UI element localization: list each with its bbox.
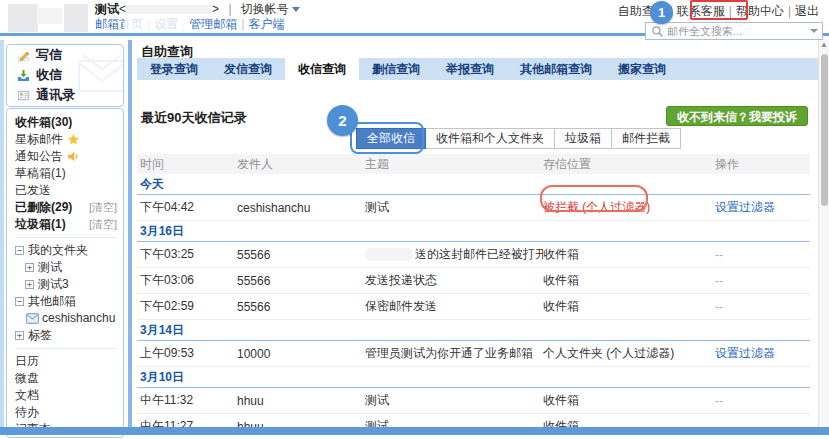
subject-redaction xyxy=(365,248,413,261)
table-row: 下午04:42ceshishanchu测试被拦截 (个人过滤器)设置过滤器 xyxy=(137,195,810,221)
tree-item[interactable]: +测试3 xyxy=(15,276,117,293)
webmail-page: 测试<> | 切换帐号 邮箱首页|设置|管理邮箱|客户端 自助查询|联系客服|帮… xyxy=(0,0,829,439)
complain-button[interactable]: 收不到来信？我要投诉 xyxy=(666,106,808,126)
folder-label: 已发送 xyxy=(15,182,51,199)
scrollbar-up-icon[interactable]: ▲ xyxy=(819,39,829,51)
expand-icon[interactable]: + xyxy=(25,280,34,289)
folder-panel: 收件箱(30)星标邮件通知公告草稿箱(1)已发送已删除(29)[清空]垃圾箱(1… xyxy=(6,108,124,438)
column-header: 操作 xyxy=(715,154,810,174)
compose-item-inbox[interactable]: 收信 xyxy=(7,65,123,85)
folder-item[interactable]: 已发送 xyxy=(15,182,117,199)
expand-icon[interactable]: + xyxy=(25,263,34,272)
date-group-header: 3月10日 xyxy=(137,367,810,388)
tab-query-3[interactable]: 删信查询 xyxy=(359,58,433,80)
tab-query-6[interactable]: 搬家查询 xyxy=(605,58,679,80)
link-separator: | xyxy=(241,17,244,31)
filter-button[interactable]: 垃圾箱 xyxy=(555,128,612,149)
cell-sender: 55566 xyxy=(237,274,365,288)
tree-item[interactable]: −我的文件夹 xyxy=(15,242,117,259)
folder-item[interactable]: 垃圾箱(1)[清空] xyxy=(15,216,117,233)
cell-time: 上午09:53 xyxy=(137,345,237,362)
tree-item[interactable]: −其他邮箱 xyxy=(15,293,117,310)
set-filter-link[interactable]: 设置过滤器 xyxy=(715,200,775,214)
sidebar-right-border xyxy=(128,40,132,427)
tree-item[interactable]: ceshishanchu xyxy=(15,310,117,327)
top-nav-link[interactable]: 联系客服 xyxy=(673,4,729,18)
redaction-blur xyxy=(123,17,189,32)
tree-item[interactable]: +测试 xyxy=(15,259,117,276)
tree-item[interactable]: +标签 xyxy=(15,327,117,344)
set-filter-link[interactable]: 设置过滤器 xyxy=(715,346,775,360)
cell-subject: 测试 xyxy=(365,199,543,216)
bracket-close: > xyxy=(212,2,219,16)
app-item[interactable]: 文档 xyxy=(15,387,117,404)
compose-item-label: 写信 xyxy=(36,45,62,65)
app-label: 待办 xyxy=(15,404,39,421)
cell-sender: 55566 xyxy=(237,248,365,262)
cell-location: 个人文件夹 (个人过滤器) xyxy=(543,345,715,362)
app-item[interactable]: 微盘 xyxy=(15,370,117,387)
folder-item[interactable]: 已删除(29)[清空] xyxy=(15,199,117,216)
cell-sender: 55566 xyxy=(237,300,365,314)
app-label: 日历 xyxy=(15,353,39,370)
cell-time: 下午03:25 xyxy=(137,246,237,263)
cell-time: 中午11:32 xyxy=(137,392,237,409)
filter-button[interactable]: 收件箱和个人文件夹 xyxy=(426,128,555,149)
tree-label: 测试 xyxy=(38,259,62,276)
filter-button[interactable]: 全部收信 xyxy=(356,128,426,149)
collapse-icon[interactable]: − xyxy=(15,297,24,306)
column-header: 存信位置 xyxy=(543,154,715,174)
tab-query-0[interactable]: 登录查询 xyxy=(137,58,211,80)
main-content: 自助查询 登录查询发信查询收信查询删信查询举报查询其他邮箱查询搬家查询 最近90… xyxy=(137,36,818,439)
cell-subject: 送的这封邮件已经被打开. xyxy=(365,246,543,263)
app-label: 微盘 xyxy=(15,370,39,387)
compose-item-contacts[interactable]: 通讯录 xyxy=(7,85,123,105)
folder-item[interactable]: 通知公告 xyxy=(15,148,117,165)
collapse-icon[interactable]: − xyxy=(15,246,24,255)
date-group-header: 3月14日 xyxy=(137,320,810,341)
account-email-redacted xyxy=(126,5,212,14)
table-row: 下午03:2555566送的这封邮件已经被打开.收件箱-- xyxy=(137,242,810,268)
empty-folder-action[interactable]: [清空] xyxy=(89,216,117,233)
bracket-open: < xyxy=(119,2,126,16)
account-link[interactable]: 管理邮箱 xyxy=(189,17,237,31)
table-header-row: 时间发件人主题存信位置操作 xyxy=(137,154,810,174)
divider xyxy=(15,348,117,349)
tab-query-2[interactable]: 收信查询 xyxy=(285,58,359,80)
inbox-icon xyxy=(16,68,30,82)
no-action: -- xyxy=(715,300,723,314)
mail-icon xyxy=(25,312,39,326)
mail-search-input[interactable]: 邮件全文搜索... xyxy=(645,22,823,40)
tab-query-1[interactable]: 发信查询 xyxy=(211,58,285,80)
separator: | xyxy=(228,2,231,16)
filter-group: 全部收信收件箱和个人文件夹垃圾箱邮件拦截 xyxy=(356,128,681,149)
app-item[interactable]: 日历 xyxy=(15,353,117,370)
tab-query-4[interactable]: 举报查询 xyxy=(433,58,507,80)
account-name: 测试 xyxy=(95,2,119,16)
account-link[interactable]: 客户端 xyxy=(248,17,284,31)
tab-query-5[interactable]: 其他邮箱查询 xyxy=(507,58,605,80)
empty-folder-action[interactable]: [清空] xyxy=(89,199,117,216)
expand-icon[interactable]: + xyxy=(15,331,24,340)
cell-location: 收件箱 xyxy=(543,246,715,263)
divider xyxy=(15,237,117,238)
section-title: 最近90天收信记录 xyxy=(141,109,246,127)
scrollbar-thumb[interactable] xyxy=(821,54,828,206)
logo-redacted xyxy=(8,4,38,32)
filter-button[interactable]: 邮件拦截 xyxy=(612,128,681,149)
table-row: 下午03:0655566发送投递状态收件箱-- xyxy=(137,268,810,294)
folder-item[interactable]: 收件箱(30) xyxy=(15,114,117,131)
annotation-step-2: 2 xyxy=(327,105,358,136)
compose-item-pencil[interactable]: 写信 xyxy=(7,45,123,65)
folder-item[interactable]: 草稿箱(1) xyxy=(15,165,117,182)
chevron-down-icon[interactable] xyxy=(292,7,300,12)
scrollbar[interactable]: ▲ xyxy=(818,38,829,427)
app-item[interactable]: 待办 xyxy=(15,404,117,421)
tree-label: 我的文件夹 xyxy=(28,242,88,259)
top-nav-link[interactable]: 帮助中心 xyxy=(732,4,788,18)
search-options-chevron-icon[interactable] xyxy=(810,29,818,33)
folder-item[interactable]: 星标邮件 xyxy=(15,131,117,148)
compose-panel: 写信收信通讯录 xyxy=(6,44,124,107)
top-nav-link[interactable]: 退出 xyxy=(791,4,823,18)
switch-account-link[interactable]: 切换帐号 xyxy=(241,2,289,16)
